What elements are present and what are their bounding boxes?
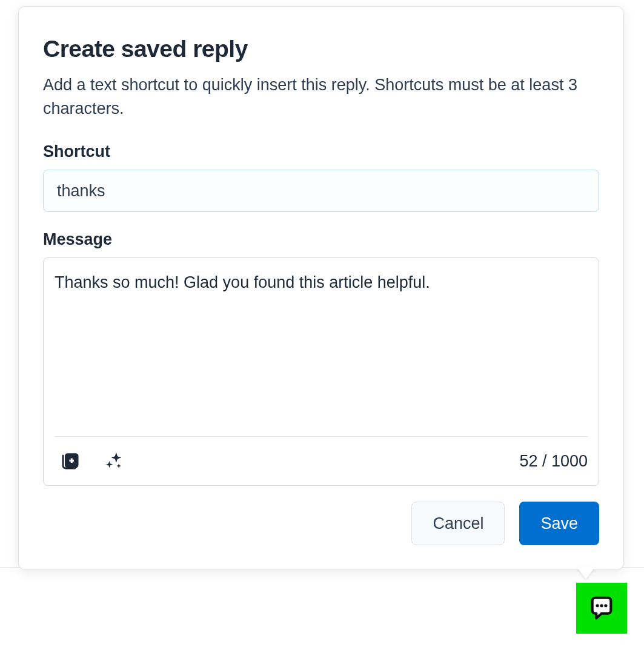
ai-sparkle-icon <box>104 451 125 471</box>
svg-rect-2 <box>71 459 73 463</box>
svg-point-3 <box>596 604 599 607</box>
dialog-actions: Cancel Save <box>43 502 599 545</box>
shortcut-input[interactable] <box>43 170 599 212</box>
popover-pointer <box>577 567 595 579</box>
message-textarea[interactable] <box>44 258 599 434</box>
svg-point-5 <box>604 604 607 607</box>
toolbar-divider <box>55 436 588 437</box>
dialog-description: Add a text shortcut to quickly insert th… <box>43 73 599 121</box>
ai-assist-button[interactable] <box>104 451 125 471</box>
shortcut-label: Shortcut <box>43 142 599 161</box>
message-toolbar: 52 / 1000 <box>55 450 588 472</box>
add-card-icon <box>59 450 81 472</box>
message-editor: 52 / 1000 <box>43 257 599 486</box>
message-label: Message <box>43 230 599 249</box>
chat-launcher-button[interactable] <box>576 583 627 634</box>
character-counter: 52 / 1000 <box>519 452 588 471</box>
chat-bubble-icon <box>588 594 616 622</box>
svg-point-4 <box>600 604 603 607</box>
save-button[interactable]: Save <box>519 502 599 545</box>
cancel-button[interactable]: Cancel <box>411 502 505 545</box>
dialog-title: Create saved reply <box>43 36 599 62</box>
insert-saved-reply-button[interactable] <box>59 450 81 472</box>
create-saved-reply-dialog: Create saved reply Add a text shortcut t… <box>18 6 624 570</box>
